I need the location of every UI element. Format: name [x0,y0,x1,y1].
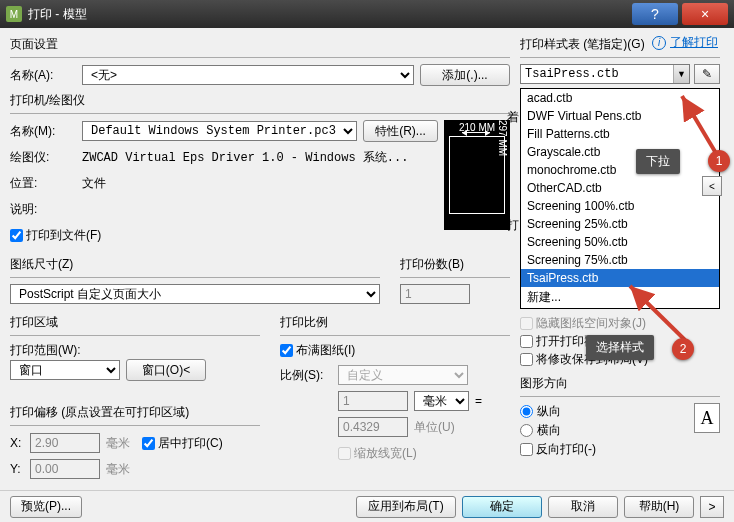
badge-1: 1 [708,150,730,172]
print-to-file-checkbox[interactable]: 打印到文件(F) [10,227,101,244]
scale-numerator-input [338,391,408,411]
page-name-label: 名称(A): [10,67,76,84]
orientation-group: 图形方向 纵向 横向 反向打印(-) A [520,375,720,459]
style-table-item[interactable]: Screening 25%.ctb打 [521,215,719,233]
style-table-legend: 打印样式表 (笔指定)(G) [520,36,720,53]
offset-y-unit: 毫米 [106,461,130,478]
scale-legend: 打印比例 [280,314,510,331]
style-table-dropdown[interactable]: acad.ctbDWF Virtual Pens.ctb着Fill Patter… [520,88,720,309]
window-button[interactable]: 窗口(O)< [126,359,206,381]
offset-y-label: Y: [10,462,24,476]
offset-x-label: X: [10,436,24,450]
hide-objects-checkbox: 隐藏图纸空间对象(J) [520,315,646,332]
collapse-right-button[interactable]: < [702,176,722,196]
print-scope-label: 打印范围(W): [10,342,260,359]
style-table-item[interactable]: monochrome.ctb [521,161,719,179]
reverse-print-checkbox[interactable]: 反向打印(-) [520,441,596,458]
paper-size-group: 图纸尺寸(Z) PostScript 自定义页面大小 [10,256,380,304]
apply-layout-button[interactable]: 应用到布局(T) [356,496,456,518]
style-table-item[interactable]: OtherCAD.ctb [521,179,719,197]
bottom-bar: 预览(P)... 应用到布局(T) 确定 取消 帮助(H) > [0,490,734,522]
printer-group: 打印机/绘图仪 名称(M): Default Windows System Pr… [10,92,510,250]
close-icon[interactable]: × [682,3,728,25]
plotter-label: 绘图仪: [10,149,76,166]
style-table-item[interactable]: TsaiPress.ctb [521,269,719,287]
offset-y-input [30,459,100,479]
location-value: 文件 [82,175,106,192]
orientation-icon: A [694,403,720,433]
scale-group: 打印比例 布满图纸(I) 比例(S): 自定义 毫米 [280,314,510,468]
edit-style-button[interactable]: ✎ [694,64,720,84]
ok-button[interactable]: 确定 [462,496,542,518]
style-table-item[interactable]: Fill Patterns.ctb [521,125,719,143]
scale-unit-label: 单位(U) [414,419,455,436]
scale-denominator-input [338,417,408,437]
style-table-item[interactable]: Screening 50%.ctb [521,233,719,251]
location-label: 位置: [10,175,76,192]
fit-to-paper-checkbox[interactable]: 布满图纸(I) [280,342,355,359]
offset-x-unit: 毫米 [106,435,130,452]
style-table-group: 打印样式表 (笔指定)(G) TsaiPress.ctb ▼ ✎ acad.ct… [520,36,720,309]
style-table-item[interactable]: Screening 75%.ctb [521,251,719,269]
help-icon[interactable]: ? [632,3,678,25]
copies-legend: 打印份数(B) [400,256,510,273]
scale-unit-select[interactable]: 毫米 [414,391,469,411]
printer-name-select[interactable]: Default Windows System Printer.pc3 [82,121,357,141]
style-table-item[interactable]: Screening 100%.ctb [521,197,719,215]
window-title: 打印 - 模型 [28,6,632,23]
badge-2: 2 [672,338,694,360]
print-area-legend: 打印区域 [10,314,260,331]
callout-select-style: 选择样式 [586,335,654,360]
print-scope-select[interactable]: 窗口 [10,360,120,380]
landscape-radio[interactable]: 横向 [520,422,694,439]
description-label: 说明: [10,201,76,218]
page-setup-group: 页面设置 名称(A): <无> 添加(.)... [10,36,510,86]
scale-ratio-select: 自定义 [338,365,468,385]
style-table-item[interactable]: Grayscale.ctb [521,143,719,161]
chevron-down-icon[interactable]: ▼ [673,65,689,83]
properties-button[interactable]: 特性(R)... [363,120,438,142]
expand-button[interactable]: > [700,496,724,518]
scale-ratio-label: 比例(S): [280,367,332,384]
style-table-item[interactable]: DWF Virtual Pens.ctb着 [521,107,719,125]
page-setup-legend: 页面设置 [10,36,510,53]
copies-input [400,284,470,304]
paper-size-legend: 图纸尺寸(Z) [10,256,380,273]
app-logo-icon: M [6,6,22,22]
copies-group: 打印份数(B) [400,256,510,304]
printer-name-label: 名称(M): [10,123,76,140]
callout-dropdown: 下拉 [636,149,680,174]
printer-legend: 打印机/绘图仪 [10,92,510,109]
offset-x-input [30,433,100,453]
style-table-item[interactable]: 新建... [521,287,719,308]
orientation-legend: 图形方向 [520,375,720,392]
scale-lineweight-checkbox: 缩放线宽(L) [338,445,417,462]
titlebar: M 打印 - 模型 ? × [0,0,734,28]
help-button[interactable]: 帮助(H) [624,496,694,518]
pencil-icon: ✎ [702,67,712,81]
cancel-button[interactable]: 取消 [548,496,618,518]
plotter-value: ZWCAD Virtual Eps Driver 1.0 - Windows 系… [82,149,408,166]
style-table-select[interactable]: TsaiPress.ctb ▼ [520,64,690,84]
add-button[interactable]: 添加(.)... [420,64,510,86]
portrait-radio[interactable]: 纵向 [520,403,694,420]
center-print-checkbox[interactable]: 居中打印(C) [142,435,223,452]
page-name-select[interactable]: <无> [82,65,414,85]
paper-preview: 210 MM 297 MM [444,120,510,230]
preview-button[interactable]: 预览(P)... [10,496,82,518]
equals-label: = [475,394,482,408]
paper-size-select[interactable]: PostScript 自定义页面大小 [10,284,380,304]
style-table-item[interactable]: acad.ctb [521,89,719,107]
